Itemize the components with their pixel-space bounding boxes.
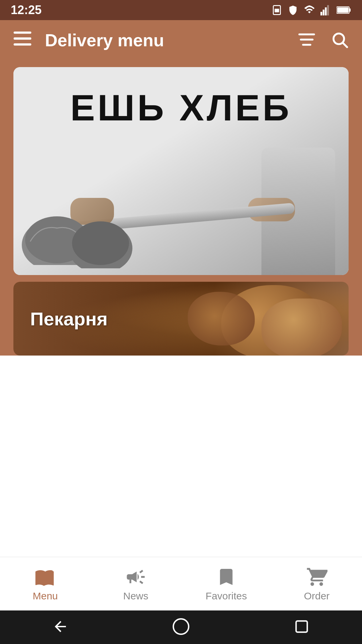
banner-title: ЕШЬ ХЛЕБ (13, 87, 349, 128)
app-bar-left: Delivery menu (13, 30, 164, 50)
svg-rect-7 (349, 8, 351, 12)
status-time: 12:25 (11, 3, 42, 17)
svg-rect-2 (320, 12, 322, 15)
signal-icon (320, 5, 331, 15)
shield-icon (288, 5, 298, 15)
app-bar-right (298, 31, 349, 50)
menu-book-icon (35, 566, 56, 588)
nav-item-news[interactable]: News (90, 566, 181, 602)
svg-rect-5 (327, 5, 329, 15)
nav-item-order[interactable]: Order (272, 566, 362, 602)
banner-background: ЕШЬ ХЛЕБ (13, 67, 349, 275)
svg-rect-8 (337, 7, 349, 13)
svg-rect-11 (14, 43, 32, 46)
favorites-bookmark-icon (216, 566, 237, 588)
svg-line-16 (343, 43, 347, 47)
main-content: ЕШЬ ХЛЕБ (0, 60, 362, 356)
nav-label-menu: Menu (33, 590, 58, 602)
nav-item-menu[interactable]: Menu (0, 566, 90, 602)
status-bar: 12:25 (0, 0, 362, 20)
svg-point-21 (173, 619, 189, 634)
system-nav-bar (0, 610, 362, 644)
sim-card-icon (272, 5, 282, 15)
system-home-button[interactable] (173, 618, 189, 636)
bread-extra (261, 299, 342, 356)
nav-label-order: Order (304, 590, 330, 602)
status-icons (272, 5, 351, 15)
system-back-button[interactable] (52, 618, 69, 636)
banner-card[interactable]: ЕШЬ ХЛЕБ (13, 67, 349, 275)
nav-item-favorites[interactable]: Favorites (181, 566, 272, 602)
category-bread-shapes (181, 282, 349, 356)
app-title: Delivery menu (45, 30, 164, 50)
bread-loaf-2 (67, 215, 134, 268)
battery-icon (337, 5, 351, 15)
svg-rect-4 (325, 7, 326, 15)
svg-rect-9 (14, 32, 32, 34)
filter-button[interactable] (298, 32, 316, 48)
bottom-navigation: Menu News Favorites Order (0, 557, 362, 610)
nav-label-favorites: Favorites (205, 590, 247, 602)
svg-point-20 (72, 221, 129, 265)
nav-label-news: News (123, 590, 148, 602)
category-card[interactable]: Пекарня (13, 282, 349, 356)
system-recents-button[interactable] (293, 618, 310, 636)
hamburger-menu-button[interactable] (13, 32, 32, 49)
svg-rect-10 (14, 38, 32, 40)
bread-scene (13, 168, 349, 275)
white-content-area (0, 356, 362, 537)
wifi-icon (304, 5, 315, 15)
category-label: Пекарня (30, 308, 108, 330)
svg-rect-3 (323, 10, 324, 15)
search-button[interactable] (330, 31, 349, 50)
banner-text: ЕШЬ ХЛЕБ (13, 87, 349, 128)
app-bar: Delivery menu (0, 20, 362, 60)
svg-rect-22 (296, 621, 307, 632)
bread-slice (188, 292, 255, 345)
svg-rect-1 (275, 9, 279, 12)
news-megaphone-icon (125, 566, 146, 588)
order-cart-icon (306, 566, 327, 588)
